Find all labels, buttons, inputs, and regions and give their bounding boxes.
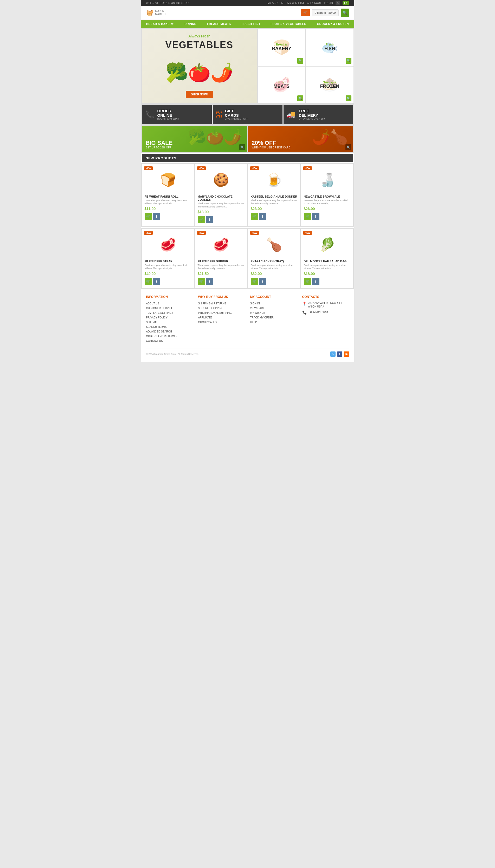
product-badge-1: NEW [144,166,153,170]
nav-fresh-meats[interactable]: FREASH MEATS [203,20,235,28]
hero-main: Always Fresh VEGETABLES 🥦🍅🌶️ SHOP NOW! [142,29,257,103]
hero-card-meats[interactable]: 🥩 Fresh MEATS 🔍 [258,67,305,104]
footer-link-view-cart[interactable]: VIEW CART [250,306,297,311]
sale-big-sale[interactable]: 🥦🍅🌶️ BIG SALE GET UP TO 25% OFF 🔍 [142,126,247,152]
promo-order-online[interactable]: 📞 ORDERONLINE HOURS: 8AM-11PM [142,105,212,124]
hero-card-bakery-search[interactable]: 🔍 [297,58,303,64]
product-brown-ale: NEW 🍶 NEWCASTLE BROWN ALE However the pr… [301,164,353,226]
shop-now-button[interactable]: SHOP NOW! [186,91,213,98]
product-beef-steak: NEW 🥩 FILENI BEEF STEAK Don't miss your … [142,229,194,287]
rss-icon[interactable]: ◉ [344,352,349,357]
product-price-4: $26.00 [304,207,351,211]
footer-link-sitemap[interactable]: SITE MAP [146,320,193,325]
footer-link-affiliates[interactable]: AFFILIATES [198,315,245,320]
product-info-4[interactable]: ℹ [312,213,320,220]
nav-bread-bakery[interactable]: BREAD & BAKERY [142,20,178,28]
sale-big-sale-search[interactable]: 🔍 [239,144,245,150]
footer-link-advanced-search[interactable]: ADVANCED SEARCH [146,330,193,334]
nav-drinks[interactable]: DRINKS [181,20,200,28]
product-info-5[interactable]: ℹ [153,278,160,285]
footer-link-orders-returns[interactable]: ORDERS AND RETURNS [146,334,193,339]
language-selector[interactable]: En [343,1,349,5]
promo-delivery-sub: ON ORDERS OVER $99 [299,118,325,120]
footer-link-search[interactable]: SEARCH TERMS [146,325,193,330]
footer-link-group-sales[interactable]: GROUP SALES [198,320,245,325]
social-icons: 𝕏 f ◉ [330,352,349,357]
product-info-3[interactable]: ℹ [259,213,266,220]
product-price-6: $21.50 [198,272,244,276]
facebook-icon[interactable]: f [337,352,342,357]
product-img-7: 🍗 [251,232,297,258]
product-info-6[interactable]: ℹ [206,278,213,285]
promo-gift-text: GIFTCARDS GIVE THE BEST GIFT [225,109,249,120]
account-link[interactable]: MY ACCOUNT [268,2,285,4]
hero-title: VEGETABLES [166,39,233,50]
footer-contacts-title: CONTACTS [302,295,349,299]
footer-link-shipping[interactable]: SHIPPING & RETURNS [198,301,245,306]
footer-link-international[interactable]: INTERNATIONAL SHIPPING [198,311,245,315]
twitter-icon[interactable]: 𝕏 [330,352,336,357]
add-to-cart-3[interactable]: 🛒 [251,213,258,220]
products-grid-row1: NEW 🍞 PB WHEAT PANINI ROLL Don't miss yo… [141,163,354,227]
nav-fresh-fish[interactable]: FRESH FISH [238,20,264,28]
footer-link-privacy[interactable]: PRIVACY POLICY [146,315,193,320]
hero-card-meats-search[interactable]: 🔍 [297,95,303,101]
logo-icon: 🧺 [146,10,153,16]
footer-link-contact[interactable]: CONTACT US [146,339,193,343]
sale-big-sale-text: BIG SALE GET UP TO 25% OFF [146,140,173,149]
footer-link-about[interactable]: ABOUT US [146,301,193,306]
sale-credit-card[interactable]: 🌶️🍗 20% OFF WHEN YOU USE CREDIT CARD 🔍 [248,126,353,152]
hero-card-frozen-text: Grocery & FROZEN [320,81,339,89]
add-to-cart-5[interactable]: 🛒 [144,278,152,285]
promo-gift-cards[interactable]: GIFTCARDS GIVE THE BEST GIFT [213,105,283,124]
hero-card-bakery[interactable]: 🍞 Bread & BAKERY 🔍 [258,29,305,66]
product-beef-burger: NEW 🥩 FILENI BEEF BURGER The idea of rep… [195,229,247,287]
product-name-5: FILENI BEEF STEAK [144,260,191,263]
currency-selector[interactable]: $ [336,1,340,5]
nav-grocery-frozen[interactable]: GROCERY & FROZEN [313,20,353,28]
footer-address-text: 2897 ANYWHERE ROAD, EL ANION USA # [308,301,349,308]
cart-icon-btn[interactable]: 🛒 [301,10,310,16]
sale-credit-card-search[interactable]: 🔍 [345,144,351,150]
add-to-cart-4[interactable]: 🛒 [304,213,311,220]
product-actions-6: 🛒 ℹ [198,278,244,285]
product-info-8[interactable]: ℹ [312,278,320,285]
login-link[interactable]: LOG IN [324,2,333,4]
footer-link-track-order[interactable]: TRACK MY ORDER [250,315,297,320]
footer-phone[interactable]: 📞 +1862(234)-4768 [302,310,349,315]
add-to-cart-6[interactable]: 🛒 [198,278,205,285]
product-salad-bag: NEW 🥬 DEL MONTE LEAF SALAD BAG Don't mis… [301,229,353,287]
add-to-cart-7[interactable]: 🛒 [251,278,258,285]
product-info-2[interactable]: ℹ [206,216,213,223]
add-to-cart-1[interactable]: 🛒 [144,213,152,220]
footer-link-wishlist[interactable]: MY WISHLIST [250,311,297,315]
search-button[interactable]: 🔍 [341,8,349,17]
add-to-cart-2[interactable]: 🛒 [198,216,205,223]
sale-orange-emoji: 🌶️🍗 [312,129,348,146]
product-info-1[interactable]: ℹ [153,213,160,220]
footer-link-customer-service[interactable]: CUSTOMER SERVICE [146,306,193,311]
cart-info[interactable]: 0 item(s) - $0.00 [312,10,338,16]
nav-fruits-vegetables[interactable]: FRUITS & VEGETABLES [267,20,310,28]
product-desc-8: Don't miss your chance to stay in contac… [304,264,351,270]
add-to-cart-8[interactable]: 🛒 [304,278,311,285]
qr-icon [216,111,222,118]
product-img-5: 🥩 [144,232,191,258]
logo-text: SUPER MARKET [155,10,166,16]
logo[interactable]: 🧺 SUPER MARKET [146,10,166,16]
products-grid-row2: NEW 🥩 FILENI BEEF STEAK Don't miss your … [141,228,354,288]
footer-link-help[interactable]: HELP [250,320,297,325]
hero-card-fish-search[interactable]: 🔍 [346,58,352,64]
product-ale-donker: NEW 🍺 KASTEEL BELGIAN ALE DONKER The ide… [248,164,300,226]
promo-free-delivery[interactable]: 🚚 FREEDELIVERY ON ORDERS OVER $99 [284,105,353,124]
wishlist-link[interactable]: MY WISHLIST [287,2,304,4]
footer-link-template[interactable]: TEMPLATE SETTINGS [146,311,193,315]
product-img-3: 🍺 [251,167,297,193]
hero-card-frozen-search[interactable]: 🔍 [346,95,352,101]
product-info-7[interactable]: ℹ [259,278,266,285]
footer-link-signin[interactable]: SIGN IN [250,301,297,306]
hero-card-frozen[interactable]: 🧆 Grocery & FROZEN 🔍 [306,67,353,104]
footer-link-secure[interactable]: SECURE SHOPPING [198,306,245,311]
hero-card-fish[interactable]: 🐟 Fresh FISH 🔍 [306,29,353,66]
checkout-link[interactable]: CHECKOUT [307,2,322,4]
